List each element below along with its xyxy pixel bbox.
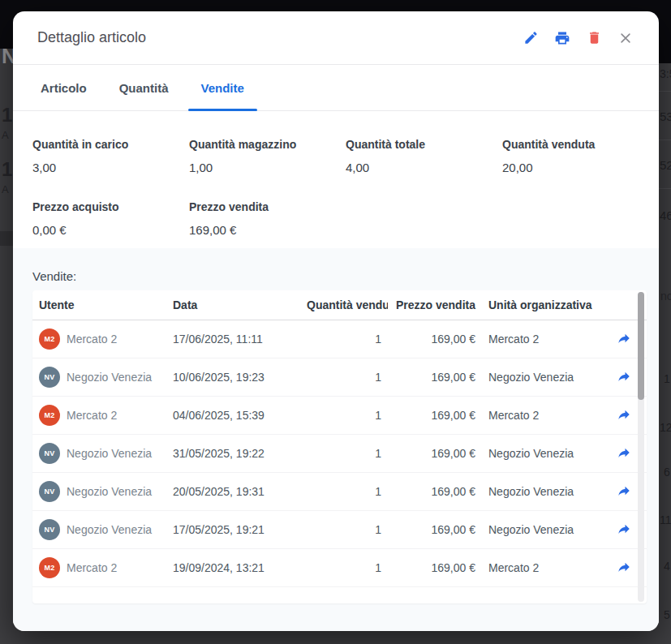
open-sale-button[interactable] [617,445,631,462]
forward-arrow-icon [617,369,631,386]
tab-vendite[interactable]: Vendite [188,65,257,110]
print-button[interactable] [552,28,573,49]
backdrop-fragment: 1 [2,160,12,179]
dialog-tabs: Articolo Quantità Vendite [13,65,659,111]
org-unit-cell: Mercato 2 [482,409,600,422]
date-cell: 10/06/2025, 19:23 [166,371,300,384]
open-sale-button[interactable] [617,369,631,386]
backdrop-fragment: 5 [664,609,670,620]
org-unit-cell: Mercato 2 [482,561,600,574]
quantity-cell: 1 [300,523,388,536]
backdrop-fragment: 3:5 [660,68,671,79]
user-name: Mercato 2 [67,561,117,574]
backdrop-fragment: 4 [664,560,670,572]
sales-table-row[interactable]: NV Negozio Venezia 31/05/2025, 19:22 1 1… [32,435,647,473]
open-sale-button[interactable] [617,483,631,500]
field-quantita-totale: Quantità totale 4,00 [346,138,502,174]
dialog-title: Dettaglio articolo [37,29,146,46]
forward-arrow-icon [617,445,631,462]
delete-button[interactable] [583,28,604,49]
field-label: Quantità venduta [502,138,639,151]
field-quantita-venduta: Quantità venduta 20,00 [502,138,639,174]
sales-table-row[interactable]: NV Negozio Venezia 17/05/2025, 19:21 1 1… [32,511,647,549]
sales-table-row[interactable]: NV Negozio Venezia 10/06/2025, 19:23 1 1… [32,358,647,397]
open-sale-button[interactable] [617,522,631,539]
backdrop-fragment: 6 [664,466,670,478]
quantity-fields: Quantità in carico 3,00 Quantità magazzi… [13,111,659,248]
date-cell: 31/05/2025, 19:22 [166,447,300,460]
tab-articolo[interactable]: Articolo [28,65,100,110]
quantity-cell: 1 [300,447,388,460]
field-prezzo-acquisto: Prezzo acquisto 0,00 € [32,200,189,237]
user-name: Mercato 2 [67,333,117,346]
user-cell: NV Negozio Venezia [32,367,166,388]
user-cell: NV Negozio Venezia [32,519,166,540]
edit-button[interactable] [520,28,541,49]
open-sale-button[interactable] [617,560,631,577]
user-avatar: M2 [39,557,60,578]
price-cell: 169,00 € [388,371,482,384]
sales-table-body: M2 Mercato 2 17/06/2025, 11:11 1 169,00 … [32,320,647,587]
open-sale-button[interactable] [617,407,631,424]
field-value: 20,00 [502,161,639,174]
user-avatar: NV [39,443,60,464]
close-icon [618,31,633,45]
date-cell: 04/06/2025, 15:39 [166,409,300,422]
sales-table: Utente Data Quantità venduta Prezzo vend… [32,290,647,603]
item-detail-dialog: Dettaglio articolo [13,11,659,631]
tab-quantita[interactable]: Quantità [106,65,182,110]
quantity-cell: 1 [300,409,388,422]
backdrop-row-line [659,91,671,92]
price-cell: 169,00 € [388,523,482,536]
backdrop-fragment: no [660,290,671,302]
sales-table-header: Utente Data Quantità venduta Prezzo vend… [32,290,647,320]
price-cell: 169,00 € [388,485,482,498]
org-unit-cell: Negozio Venezia [482,371,600,384]
user-name: Negozio Venezia [67,523,152,536]
org-unit-cell: Negozio Venezia [482,447,600,460]
user-cell: NV Negozio Venezia [32,443,166,464]
field-value: 3,00 [32,161,189,174]
dialog-actions [520,28,636,49]
trash-icon [587,30,602,45]
user-avatar: M2 [39,328,60,350]
field-label: Prezzo vendita [189,200,346,213]
quantity-cell: 1 [300,485,388,498]
field-label: Quantità in carico [32,138,189,151]
column-header-prezzo-vendita: Prezzo vendita [388,298,482,311]
user-name: Negozio Venezia [67,485,152,498]
sales-table-row[interactable]: M2 Mercato 2 17/06/2025, 11:11 1 169,00 … [32,320,647,358]
sales-table-row[interactable]: NV Negozio Venezia 20/05/2025, 19:31 1 1… [32,473,647,511]
user-cell: NV Negozio Venezia [32,481,166,502]
backdrop-fragment: 46 [660,209,671,221]
backdrop-fragment: 12 [660,422,671,433]
backdrop-row-line [659,188,671,189]
user-avatar: M2 [39,405,60,426]
date-cell: 17/06/2025, 11:11 [166,333,300,346]
forward-arrow-icon [617,522,631,539]
open-sale-button[interactable] [617,331,631,348]
price-cell: 169,00 € [388,561,482,574]
column-header-unita-organizzativa: Unità organizzativa [482,298,600,311]
backdrop-row-line [659,140,671,140]
printer-icon [554,30,570,46]
price-cell: 169,00 € [388,447,482,460]
user-cell: M2 Mercato 2 [32,405,166,426]
field-label: Prezzo acquisto [32,200,189,213]
user-name: Negozio Venezia [67,447,152,460]
close-button[interactable] [615,28,636,49]
field-value: 4,00 [346,161,502,174]
user-cell: M2 Mercato 2 [32,328,166,350]
forward-arrow-icon [617,331,631,348]
date-cell: 19/09/2024, 13:21 [166,561,300,574]
forward-arrow-icon [617,560,631,577]
field-value: 1,00 [189,161,346,174]
sales-table-row[interactable]: M2 Mercato 2 04/06/2025, 15:39 1 169,00 … [32,397,647,435]
sales-table-row[interactable]: M2 Mercato 2 19/09/2024, 13:21 1 169,00 … [32,549,647,587]
dialog-header: Dettaglio articolo [13,11,659,65]
field-quantita-in-carico: Quantità in carico 3,00 [32,138,189,174]
table-scrollbar-thumb[interactable] [638,292,644,400]
user-name: Negozio Venezia [67,371,152,384]
date-cell: 20/05/2025, 19:31 [166,485,300,498]
forward-arrow-icon [617,483,631,500]
